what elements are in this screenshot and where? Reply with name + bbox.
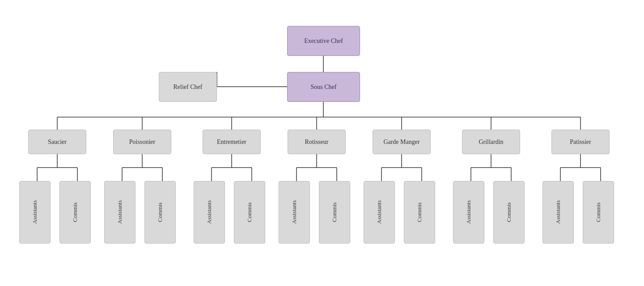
poissonier-node: Poissonier [113,130,171,154]
garde-manger-node: Garde Manger [373,130,431,154]
rotisseur-assistants: Assistants [279,181,310,244]
rotisseur-assistants-label: Assistants [291,201,298,224]
executive-chef-node: Executive Chef [287,26,360,56]
rotisseur-commis: Commis [319,181,350,244]
patissier-assistants-label: Assistants [555,201,562,224]
garde-manger-commis-label: Commis [416,202,423,222]
executive-chef-label: Executive Chef [304,38,343,45]
saucier-assistants: Assistants [19,181,51,244]
poissonier-assistants-label: Assistants [116,201,123,224]
grillardin-assistants-label: Assistants [465,201,472,224]
org-chart: Executive Chef Relief Chef Sous Chef Sau… [0,0,644,286]
patissier-commis-label: Commis [595,202,602,222]
entremetier-node: Entremetier [203,130,261,154]
poissonier-commis: Commis [144,181,176,244]
saucier-commis-label: Commis [72,202,79,222]
grillardin-commis: Commis [493,181,525,244]
sous-chef-node: Sous Chef [287,72,360,102]
rotisseur-node: Rotisseur [288,130,346,154]
relief-chef-label: Relief Chef [174,84,203,91]
grillardin-label: Grillardin [479,139,503,146]
patissier-assistants: Assistants [542,181,574,244]
saucier-assistants-label: Assistants [31,201,38,224]
garde-manger-assistants-label: Assistants [376,201,383,224]
saucier-node: Saucier [28,130,86,154]
patissier-node: Patissier [551,130,610,154]
relief-chef-node: Relief Chef [159,72,217,102]
garde-manger-label: Garde Manger [383,139,419,146]
grillardin-assistants: Assistants [453,181,484,244]
poissonier-commis-label: Commis [157,202,164,222]
garde-manger-assistants: Assistants [364,181,395,244]
sous-chef-label: Sous Chef [311,84,337,91]
grillardin-node: Grillardin [462,130,520,154]
rotisseur-label: Rotisseur [305,139,329,146]
entremetier-assistants: Assistants [194,181,225,244]
entremetier-commis: Commis [234,181,265,244]
garde-manger-commis: Commis [404,181,435,244]
rotisseur-commis-label: Commis [331,202,338,222]
patissier-commis: Commis [583,181,614,244]
grillardin-commis-label: Commis [505,202,513,222]
entremetier-assistants-label: Assistants [206,201,213,224]
patissier-label: Patissier [570,139,591,146]
poissonier-label: Poissonier [129,139,155,146]
entremetier-label: Entremetier [217,139,246,146]
saucier-commis: Commis [59,181,91,244]
entremetier-commis-label: Commis [246,202,253,222]
saucier-label: Saucier [48,139,67,146]
poissonier-assistants: Assistants [104,181,136,244]
